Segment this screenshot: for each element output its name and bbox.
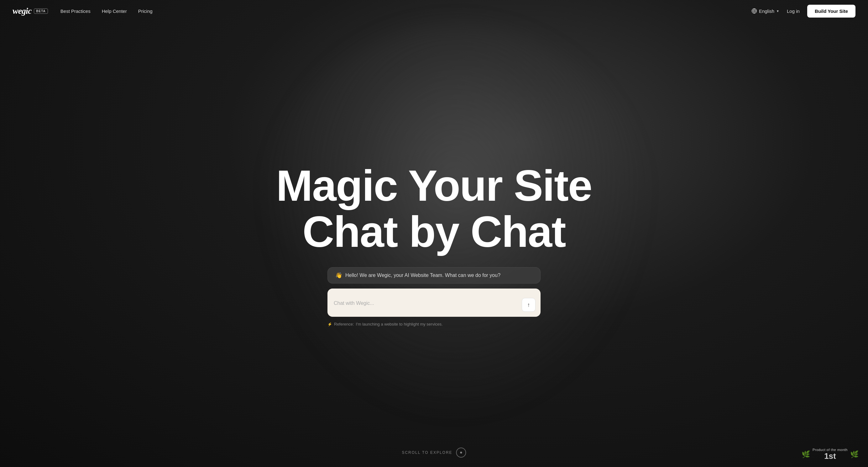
nav-pricing[interactable]: Pricing <box>138 8 153 14</box>
send-icon: ↑ <box>527 302 530 308</box>
language-selector[interactable]: English ▼ <box>751 8 779 14</box>
greeting-text: Hello! We are Wegic, your AI Website Tea… <box>345 272 500 278</box>
lightning-icon: ⚡ <box>328 322 332 326</box>
reference-line: ⚡ Reference: I'm launching a website to … <box>328 322 540 326</box>
scroll-circle-icon <box>456 447 466 458</box>
svg-point-2 <box>460 451 462 454</box>
reference-text: I'm launching a website to highlight my … <box>356 322 443 326</box>
chat-greeting: 👋 Hello! We are Wegic, your AI Website T… <box>328 267 540 284</box>
hero-title-line2: Chat by Chat <box>302 207 565 256</box>
badge-content: Product of the month 1st <box>812 448 848 461</box>
hero-title-line1: Magic Your Site <box>276 161 592 210</box>
login-link[interactable]: Log in <box>787 8 800 14</box>
hero-section: Magic Your Site Chat by Chat 👋 Hello! We… <box>0 22 868 467</box>
nav-help-center[interactable]: Help Center <box>102 8 127 14</box>
chat-input[interactable] <box>334 299 518 312</box>
laurel-right-icon: 🌿 <box>850 450 859 459</box>
product-of-month-badge: 🌿 Product of the month 1st 🌿 <box>802 448 859 461</box>
nav-links: Best Practices Help Center Pricing <box>60 8 751 14</box>
scroll-label: SCROLL TO EXPLORE <box>402 450 452 455</box>
logo-text: wegic <box>12 6 31 16</box>
build-site-button[interactable]: Build Your Site <box>807 5 856 18</box>
logo-link[interactable]: wegic BETA <box>12 6 48 16</box>
reference-label: Reference: <box>334 322 354 326</box>
nav-best-practices[interactable]: Best Practices <box>60 8 91 14</box>
globe-icon <box>751 8 757 14</box>
beta-badge: BETA <box>34 8 48 14</box>
nav-right: English ▼ Log in Build Your Site <box>751 5 856 18</box>
laurel-left-icon: 🌿 <box>802 450 810 459</box>
wave-emoji: 👋 <box>335 272 342 279</box>
chevron-down-icon: ▼ <box>776 9 779 13</box>
navbar: wegic BETA Best Practices Help Center Pr… <box>0 0 868 22</box>
scroll-explore[interactable]: SCROLL TO EXPLORE <box>402 447 466 458</box>
badge-rank: 1st <box>812 451 848 461</box>
send-button[interactable]: ↑ <box>522 298 535 312</box>
language-label: English <box>759 8 774 14</box>
hero-title: Magic Your Site Chat by Chat <box>276 163 592 255</box>
chat-input-area: ↑ <box>328 289 540 317</box>
scroll-dot-icon <box>459 451 463 455</box>
